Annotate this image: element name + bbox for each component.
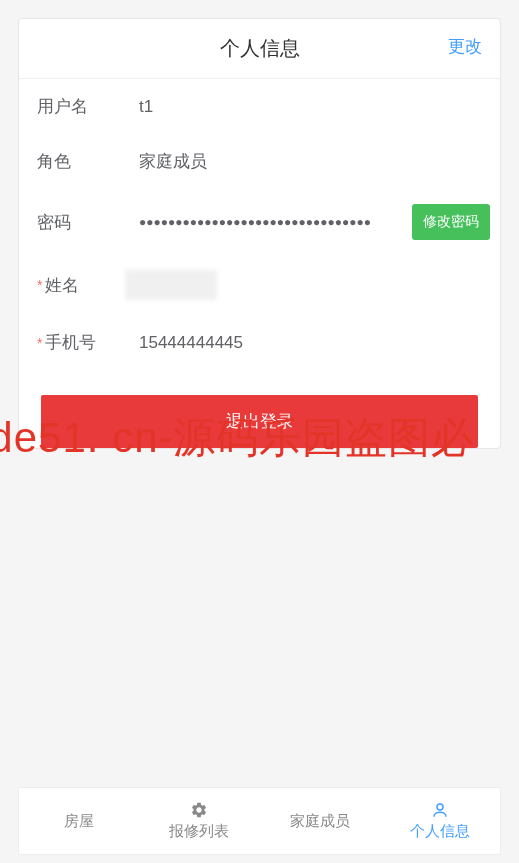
tab-house-label: 房屋 <box>64 812 94 831</box>
svg-point-0 <box>437 804 443 810</box>
role-value: 家庭成员 <box>139 150 490 173</box>
profile-card: 个人信息 更改 用户名 t1 角色 家庭成员 密码 ●●●●●●●●●●●●●●… <box>18 18 501 449</box>
name-row: *姓名 <box>29 255 490 315</box>
tab-repair-label: 报修列表 <box>169 822 229 841</box>
role-label: 角色 <box>29 150 139 173</box>
required-mark: * <box>37 277 42 293</box>
person-icon <box>431 801 449 819</box>
change-password-button[interactable]: 修改密码 <box>412 204 490 240</box>
tab-profile[interactable]: 个人信息 <box>380 788 500 854</box>
username-value: t1 <box>139 97 490 117</box>
password-row: 密码 ●●●●●●●●●●●●●●●●●●●●●●●●●●●●●●●● 修改密码 <box>29 189 490 255</box>
phone-label: *手机号 <box>29 331 139 354</box>
username-row: 用户名 t1 <box>29 79 490 134</box>
password-mask: ●●●●●●●●●●●●●●●●●●●●●●●●●●●●●●●● <box>139 215 412 229</box>
role-row: 角色 家庭成员 <box>29 134 490 189</box>
name-label: *姓名 <box>29 274 139 297</box>
tab-repair[interactable]: 报修列表 <box>139 788 259 854</box>
tab-house[interactable]: 房屋 <box>19 788 139 854</box>
logout-button[interactable]: 退出登录 <box>41 395 478 448</box>
tab-profile-label: 个人信息 <box>410 822 470 841</box>
tab-family[interactable]: 家庭成员 <box>260 788 380 854</box>
username-label: 用户名 <box>29 95 139 118</box>
password-label: 密码 <box>29 211 139 234</box>
name-blurred <box>125 270 217 300</box>
edit-button[interactable]: 更改 <box>448 35 482 58</box>
gear-icon <box>190 801 208 819</box>
tabbar: 房屋 报修列表 家庭成员 个人信息 <box>18 787 501 855</box>
tab-family-label: 家庭成员 <box>290 812 350 831</box>
required-mark: * <box>37 335 42 351</box>
header: 个人信息 更改 <box>19 19 500 79</box>
phone-row: *手机号 15444444445 <box>29 315 490 370</box>
profile-form: 用户名 t1 角色 家庭成员 密码 ●●●●●●●●●●●●●●●●●●●●●●… <box>19 79 500 370</box>
phone-value: 15444444445 <box>139 333 490 353</box>
password-value: ●●●●●●●●●●●●●●●●●●●●●●●●●●●●●●●● 修改密码 <box>139 204 490 240</box>
page-title: 个人信息 <box>220 37 300 59</box>
name-value <box>139 270 490 300</box>
